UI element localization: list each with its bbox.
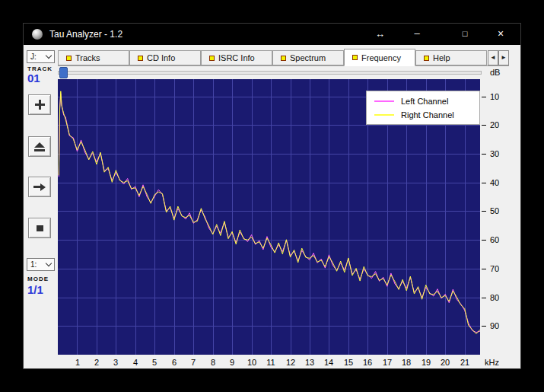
y-axis-tick: 70 <box>482 264 512 273</box>
x-axis-tick: 16 <box>360 358 375 367</box>
y-axis-tick: 50 <box>482 206 512 215</box>
y-axis-tick: 20 <box>482 120 512 129</box>
title-bar[interactable]: Tau Analyzer - 1.2 ↔ – □ × <box>24 24 520 45</box>
x-axis-tick: 8 <box>205 358 221 367</box>
chevron-down-icon <box>46 53 52 59</box>
tab-strip-baseline <box>58 65 509 66</box>
tick-mark <box>482 269 486 269</box>
x-axis-tick: 5 <box>147 358 162 367</box>
tab-bullet-icon <box>352 55 358 60</box>
legend-label: Left Channel <box>401 97 448 106</box>
y-axis-tick: 60 <box>482 235 512 244</box>
close-button[interactable]: × <box>488 24 514 45</box>
app-window: Tau Analyzer - 1.2 ↔ – □ × J: TRACK 01 1… <box>23 23 521 369</box>
main-content: J: TRACK 01 1: MODE 1/1 Tracks <box>24 45 520 368</box>
next-button[interactable] <box>28 177 51 197</box>
tick-mark <box>482 211 486 212</box>
x-axis-tick: 12 <box>283 358 298 367</box>
window-title: Tau Analyzer - 1.2 <box>49 24 122 45</box>
tab-spectrum[interactable]: Spectrum <box>272 50 344 65</box>
tab-label: Frequency <box>361 53 401 62</box>
y-axis-tick: 30 <box>482 149 512 158</box>
tab-bullet-icon <box>209 56 215 61</box>
x-axis-tick: 7 <box>186 358 201 367</box>
x-axis-tick: 9 <box>224 358 240 367</box>
tab-bullet-icon <box>281 56 286 61</box>
left-channel-line-swatch <box>374 100 394 102</box>
mode-select-combo[interactable]: 1: <box>27 258 55 271</box>
y-axis-tick: 90 <box>482 321 512 330</box>
y-axis-tick: 40 <box>482 178 512 187</box>
x-axis-tick: 13 <box>302 358 317 367</box>
tab-label: Tracks <box>75 53 100 62</box>
tab-isrc-info[interactable]: ISRC Info <box>201 50 272 65</box>
track-select-combo[interactable]: J: <box>27 50 55 63</box>
x-axis-tick: 17 <box>380 358 395 367</box>
y-axis-tick: 80 <box>482 293 512 302</box>
tab-label: Help <box>433 53 450 62</box>
add-button[interactable] <box>28 94 51 115</box>
x-axis-tick: 19 <box>418 358 434 367</box>
arrow-right-icon <box>33 183 46 191</box>
legend-label: Right Channel <box>401 110 454 120</box>
x-axis-tick: 4 <box>128 358 143 367</box>
x-axis-tick: 11 <box>263 358 278 367</box>
tab-label: ISRC Info <box>218 53 255 62</box>
track-number: 01 <box>27 72 40 84</box>
stop-button[interactable] <box>28 218 51 238</box>
tab-bullet-icon <box>138 56 143 61</box>
minimize-button[interactable]: – <box>404 24 430 45</box>
tick-mark <box>482 183 486 183</box>
legend-row-right-channel: Right Channel <box>374 110 472 120</box>
tab-help[interactable]: Help <box>415 50 487 65</box>
y-axis-unit: dB <box>490 68 500 77</box>
tick-mark <box>482 326 486 327</box>
tab-bullet-icon <box>66 56 72 61</box>
legend: Left Channel Right Channel <box>366 91 480 125</box>
tick-mark <box>482 97 486 97</box>
x-axis-tick: 1 <box>70 358 85 367</box>
chevron-down-icon <box>46 260 52 266</box>
x-axis-tick: 15 <box>341 358 356 367</box>
mode-combo-value: 1: <box>30 260 37 269</box>
x-axis-tick: 6 <box>167 358 182 367</box>
tab-cd-info[interactable]: CD Info <box>129 50 201 65</box>
eject-icon <box>34 142 45 151</box>
x-axis-unit: kHz <box>485 358 499 367</box>
y-axis-tick: 10 <box>482 92 512 101</box>
tick-mark <box>482 154 486 155</box>
x-axis-tick: 18 <box>399 358 414 367</box>
x-axis-tick: 10 <box>244 358 259 367</box>
arrow-left-icon: ◄ <box>490 54 496 61</box>
tab-tracks[interactable]: Tracks <box>58 50 129 65</box>
tab-bullet-icon <box>424 56 429 61</box>
x-axis-tick: 20 <box>437 358 453 367</box>
track-combo-value: J: <box>30 53 37 61</box>
arrow-right-icon: ► <box>501 54 507 61</box>
legend-row-left-channel: Left Channel <box>374 96 472 106</box>
tick-mark <box>482 125 486 126</box>
tab-scroll-left-button[interactable]: ◄ <box>488 50 498 65</box>
app-icon <box>32 29 43 40</box>
tab-frequency[interactable]: Frequency <box>344 49 415 66</box>
plus-icon <box>35 100 45 110</box>
tick-mark <box>482 240 486 241</box>
x-axis-tick: 21 <box>457 358 472 367</box>
tab-scroll-right-button[interactable]: ► <box>498 50 509 65</box>
eject-button[interactable] <box>28 136 51 157</box>
maximize-button[interactable]: □ <box>452 24 478 45</box>
mode-value: 1/1 <box>27 283 43 296</box>
position-slider-thumb[interactable] <box>59 67 68 78</box>
position-slider-track[interactable] <box>58 71 482 75</box>
right-channel-line-swatch <box>374 114 394 116</box>
x-axis-tick: 14 <box>321 358 336 367</box>
tab-label: Spectrum <box>290 53 326 62</box>
stop-icon <box>37 225 43 231</box>
tab-label: CD Info <box>147 53 175 62</box>
tick-mark <box>482 298 486 298</box>
resize-arrows-icon: ↔ <box>375 24 385 45</box>
x-axis-tick: 3 <box>108 358 123 367</box>
mode-label: MODE <box>27 276 49 282</box>
x-axis-tick: 2 <box>89 358 104 367</box>
